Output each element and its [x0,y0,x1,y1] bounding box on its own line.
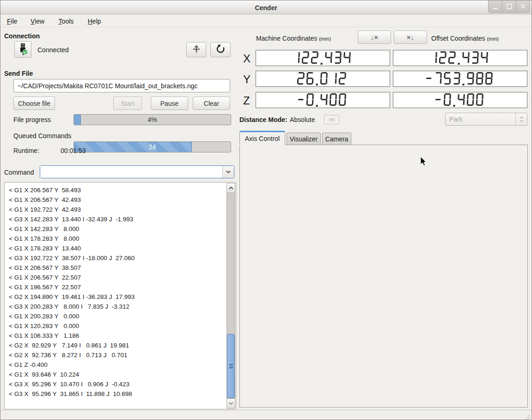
offset-units: (mm) [487,36,499,42]
command-combobox [40,165,234,178]
console-line: < G1 X 178.283 Y 8.000 [9,234,221,243]
window-title: Cender [0,4,532,12]
park-value: Park [446,116,515,123]
console-line: < G2 X 92.929 Y 7.149 I 0.861 J 19.981 [9,341,221,350]
axis-control-pane [239,145,528,408]
scroll-up-button[interactable] [226,183,235,193]
start-button[interactable]: Start [113,97,142,110]
file-progress-value: 4% [74,115,231,125]
console-line: < G1 X 192.722 Y 42.493 [9,205,221,214]
console-line: < G3 X 95.296 Y 10.470 I 0.906 J -0.423 [9,379,221,389]
maximize-icon [507,4,512,9]
refresh-button[interactable] [210,42,231,57]
tab-axis-control[interactable]: Axis Control [239,131,285,145]
file-progress-bar: 4% [73,114,231,125]
axis-label-x: X [243,52,251,65]
queued-commands-bar: 24 [73,141,231,152]
zero-offset-button[interactable]: ×↓ [394,30,427,44]
file-progress-label: File progress [13,116,51,123]
arrow-down-x-icon: ↓× [371,33,378,41]
command-label: Command [4,169,34,176]
tab-join [239,145,285,146]
console-line: < G1 X 196.567 Y 22.507 [9,282,221,292]
offset-coords-label: Offset Coordinates (mm) [431,35,499,42]
pause-button[interactable]: Pause [151,97,188,110]
minimize-button[interactable] [489,0,502,12]
connect-port-button[interactable] [186,42,206,57]
scroll-down-button[interactable] [226,398,235,408]
scrollbar-thumb[interactable] [227,334,235,398]
distance-mode-value: Absolute [290,116,315,123]
console-line: < G3 X 192.722 Y 38.507 I -18.000 J 27.0… [9,253,221,263]
menu-help[interactable]: Help [85,17,104,26]
offset-x-display [393,50,527,66]
menu-bar: File View Tools Help [0,14,532,27]
machine-x-display [256,50,390,66]
menu-tools[interactable]: Tools [56,17,77,26]
console-line: < G1 X 206.567 Y 58.493 [9,185,221,195]
console-line: < G2 X 92.736 Y 8.272 I 0.713 J 0.701 [9,350,221,360]
console-line: < G1 X 206.567 Y 22.507 [9,273,221,282]
console-line: < G1 X 142.283 Y 8.000 [9,224,221,234]
machine-z-display [256,92,390,108]
console-line: < G1 X 200.283 Y 0.000 [9,311,221,321]
machine-units: (mm) [319,36,331,42]
choose-file-button[interactable]: Choose file [13,97,55,110]
clear-button[interactable]: Clear [193,97,230,110]
console-line: < G3 X 142.283 Y 13.440 I -32.439 J -1.9… [9,214,221,224]
menu-file[interactable]: File [4,17,20,26]
chevron-down-icon [226,170,231,173]
app-window: Cender ✕ File View Tools Help Connection… [0,0,532,420]
maximize-button[interactable] [502,0,516,12]
machine-y-display [256,71,390,87]
chevron-up-icon [229,187,233,189]
menu-view[interactable]: View [28,17,47,26]
console-line: < G1 X 93.646 Y 10.224 [9,370,221,379]
file-path-input[interactable]: ~/CAD/Projects/Makita RC0701C Mount/laid… [13,79,230,92]
connection-section-label: Connection [4,32,40,40]
chevron-down-icon [229,402,233,405]
console-line: < G1 X 106.333 Y 1.186 [9,331,221,341]
console-line: < G2 X 194.890 Y 19.461 I -36.283 J 17.9… [9,292,221,302]
park-dropdown[interactable]: Park [445,113,527,126]
console-line: < G1 X 178.283 Y 13.440 [9,243,221,253]
mouse-cursor [420,157,427,168]
console-line: < G1 X 206.567 Y 42.493 [9,195,221,205]
usb-connect-button[interactable] [14,41,31,58]
machine-coords-label: Machine Coordinates (mm) [256,35,331,42]
minimize-icon [493,8,498,9]
console-line: < G1 X 206.567 Y 38.507 [9,263,221,273]
command-input[interactable] [40,166,222,178]
offset-y-display [393,71,527,87]
tab-visualizer[interactable]: Visualizer [287,133,321,145]
send-file-section-label: Send File [4,70,33,77]
spinner-icon [515,113,527,125]
refresh-icon [216,44,225,55]
close-button[interactable]: ✕ [516,0,530,12]
connection-status: Connected [37,46,69,54]
axis-label-y: Y [243,73,251,86]
status-bar [0,410,532,420]
offset-z-display [393,92,527,108]
console-line: < G3 X 200.283 Y 8.000 I 7.835 J -3.312 [9,302,221,311]
runtime-label: Runtime: [13,147,39,154]
tab-camera[interactable]: Camera [322,133,351,145]
console-line: < G1 Z -0.400 [9,360,221,370]
attach-arrow-icon [192,45,201,55]
console-line: < G1 X 120.283 Y 0.000 [9,321,221,331]
axis-label-z: Z [243,94,250,107]
distance-mode-label: Distance Mode: [239,116,287,123]
file-path-value: ~/CAD/Projects/Makita RC0701C Mount/laid… [18,82,197,90]
usb-icon [18,43,28,56]
queued-commands-value: 24 [74,142,231,152]
close-icon: ✕ [520,3,526,10]
command-dropdown-button[interactable] [222,166,234,178]
window-controls: ✕ [488,0,530,13]
x-arrow-down-icon: ×↓ [407,33,414,41]
relative-mode-button[interactable]: rel [324,115,339,124]
queued-commands-label: Queued Commands [13,132,71,140]
console-line: < G3 X 95.296 Y 31.865 I 11.898 J 10.698 [9,389,221,399]
zero-machine-button[interactable]: ↓× [358,30,391,44]
runtime-value: 00:01:53 [61,147,86,154]
resize-grip[interactable] [524,414,530,420]
